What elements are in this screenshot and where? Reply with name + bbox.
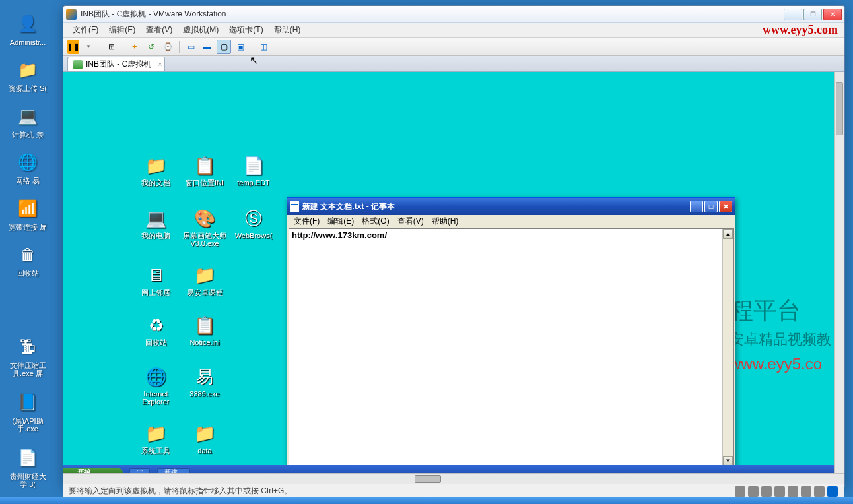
notepad-close-button[interactable]: ✕ [719,201,732,212]
watermark-url: www.eyy5.com [763,23,838,37]
xp-desktop-icon[interactable]: 📋窗口位置INI [181,154,228,187]
host-desktop-icon[interactable]: 🗜文件压缩工具.exe 屏 [8,334,48,377]
xp-desktop-icon[interactable]: 💻我的电脑 [132,206,180,239]
scroll-down-icon[interactable]: ▼ [723,456,733,466]
xp-item-icon: 📁 [193,263,217,287]
device-cd-icon[interactable] [748,486,759,497]
xp-desktop-icon[interactable]: 📄temp.EDT [230,154,277,187]
scrollbar-thumb[interactable] [836,82,843,135]
notepad-window: 新建 文本文档.txt - 记事本 _ □ ✕ 文件(F)编辑(E)格式(O)查… [287,197,735,473]
host-desktop-icon[interactable]: 🌐网络 易 [8,149,48,185]
snapshot-manage-button[interactable]: ⌚ [160,40,175,54]
notepad-maximize-button[interactable]: □ [704,201,718,212]
notepad-menu-item[interactable]: 格式(O) [358,216,393,227]
host-desktop-icon[interactable]: 📄贵州财经大学 3( [8,445,48,488]
xp-item-icon: 🖥 [144,263,168,287]
device-hdd-icon[interactable] [735,486,745,497]
power-pause-button[interactable]: ❚❚ [67,40,79,54]
view-quick-button[interactable]: ▬ [200,40,215,54]
maximize-button[interactable]: ☐ [803,9,822,20]
xp-item-icon: 📄 [242,154,265,177]
notepad-titlebar[interactable]: 新建 文本文档.txt - 记事本 _ □ ✕ [287,198,735,215]
host-taskbar[interactable] [0,497,853,504]
xp-item-icon: Ⓢ [242,206,265,230]
vmware-menu-item[interactable]: 查看(V) [141,23,178,37]
device-button[interactable]: ⊞ [104,40,119,54]
close-button[interactable]: ✕ [823,9,842,20]
device-sound-icon[interactable] [801,486,811,497]
power-dropdown[interactable]: ▼ [81,40,96,54]
vm-guest-desktop[interactable]: 📁我的文档📋窗口位置INI📄temp.EDT💻我的电脑🎨屏幕画笔大师 V3.0.… [63,72,844,473]
xp-item-label: 网上邻居 [132,288,180,296]
snapshot-revert-button[interactable]: ↺ [144,40,158,54]
vmware-menu-item[interactable]: 帮助(H) [269,23,306,37]
xp-desktop-icon[interactable]: 📋Notice.ini [181,313,228,346]
vmware-menu-item[interactable]: 文件(F) [67,23,104,37]
vmware-titlebar[interactable]: INB团队 - C虚拟机 - VMware Workstation — ☐ ✕ [63,6,844,23]
host-desktop-icon[interactable]: 💻计算机 亲 [8,103,48,139]
notepad-menu-item[interactable]: 帮助(H) [428,216,463,227]
desktop-item-icon: 💻 [15,103,41,129]
device-display-icon[interactable] [827,486,838,497]
device-net-icon[interactable] [774,486,785,497]
xp-item-label: 窗口位置INI [181,179,228,187]
vm-tab-active[interactable]: INB团队 - C虚拟机 × [67,57,165,71]
xp-desktop-icon[interactable]: ⓈWebBrows( [230,206,277,239]
xp-desktop-icon[interactable]: 📁data [181,422,228,455]
desktop-item-icon: 📄 [15,445,41,471]
xp-item-icon: 🌐 [144,365,168,389]
vm-content-scrollbar-v[interactable] [834,72,844,473]
vmware-scrollbar-h[interactable] [63,473,844,484]
vmware-menu-item[interactable]: 虚拟机(M) [178,23,224,37]
host-desktop-icon[interactable]: 📁资源上传 S( [8,57,48,92]
scrollbar-thumb[interactable] [415,475,441,483]
view-console-button[interactable]: ▭ [184,40,198,54]
snapshot-take-button[interactable]: ✦ [127,40,142,54]
xp-desktop-icon[interactable]: 📁系统工具 [132,422,180,455]
xp-item-icon: 📋 [193,313,217,337]
tab-close-icon[interactable]: × [158,61,162,68]
vmware-menubar: 文件(F)编辑(E)查看(V)虚拟机(M)选项卡(T)帮助(H) www.eyy… [63,23,844,38]
host-desktop-icon[interactable]: 📶宽带连接 屏 [8,195,48,231]
desktop-item-label: 宽带连接 屏 [8,223,48,231]
notepad-menu-item[interactable]: 查看(V) [393,216,428,227]
desktop-item-label: (易)API助手.exe [8,417,48,433]
xp-desktop-icon[interactable]: 📁我的文档 [132,154,180,187]
xp-item-label: 屏幕画笔大师 V3.0.exe [181,232,228,247]
minimize-button[interactable]: — [784,9,802,20]
xp-desktop-icon[interactable]: 📁易安卓课程 [181,263,228,296]
device-usb-icon[interactable] [788,486,798,497]
desktop-item-label: 回收站 [8,269,48,277]
notepad-menu-item[interactable]: 编辑(E) [324,216,358,227]
device-floppy-icon[interactable] [761,486,772,497]
view-unity-button[interactable]: ▣ [233,40,248,54]
host-desktop-icon[interactable]: 📘(易)API助手.exe [8,389,48,433]
xp-taskbar-item[interactable]: ⬚ [129,468,150,474]
view-fullscreen-button[interactable]: ▢ [217,40,231,54]
notepad-text-area[interactable]: http://www.173km.com/ ▲ ▼ ◀ ▶ [289,228,734,473]
xp-desktop-icon[interactable]: 🌐Internet Explorer [132,365,180,406]
vmware-tabbar: INB团队 - C虚拟机 × [63,56,844,72]
notepad-minimize-button[interactable]: _ [690,201,703,212]
host-desktop-icon[interactable]: 👤Administr... [8,11,48,46]
host-desktop-icon[interactable]: 🗑回收站 [8,241,48,277]
view-cycle-button[interactable]: ◫ [256,40,271,54]
scroll-up-icon[interactable]: ▲ [723,229,733,239]
xp-taskbar[interactable]: 开始 ⬚ 新建... [63,465,834,473]
desktop-item-label: 贵州财经大学 3( [8,472,48,488]
xp-item-label: 回收站 [132,338,180,346]
xp-desktop-icon[interactable]: 易3389.exe [181,365,228,398]
vmware-menu-item[interactable]: 选项卡(T) [224,23,268,37]
device-printer-icon[interactable] [814,486,825,497]
xp-desktop-icon[interactable]: 🖥网上邻居 [132,263,180,296]
notepad-content: http://www.173km.com/ [292,230,387,240]
xp-desktop-icon[interactable]: 🎨屏幕画笔大师 V3.0.exe [181,206,228,247]
xp-desktop-icon[interactable]: ♻回收站 [132,313,180,346]
xp-item-label: 我的电脑 [132,232,180,239]
notepad-menu-item[interactable]: 文件(F) [290,216,324,227]
vmware-menu-item[interactable]: 编辑(E) [104,23,141,37]
xp-start-button[interactable]: 开始 [63,468,123,473]
desktop-item-icon: 📶 [15,195,41,222]
notepad-scrollbar-v[interactable]: ▲ ▼ [722,229,733,466]
xp-taskbar-item-notepad[interactable]: 新建... [157,468,190,473]
